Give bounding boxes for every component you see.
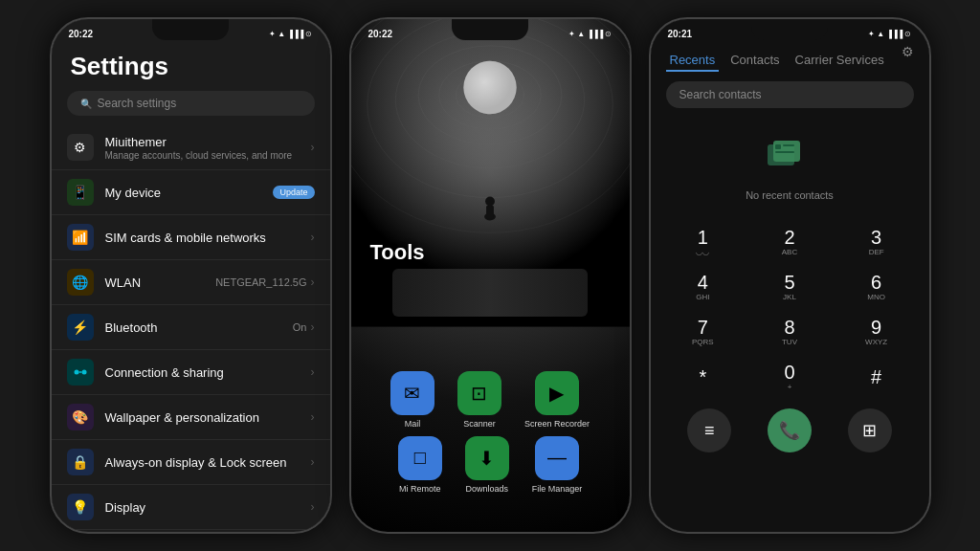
dial-num-6: 6: [871, 273, 881, 292]
phone-tools: 20:22 ✦ ▲ ▐▐▐ ⊙ Tools ✉ Mail ⊡ Scanner: [349, 17, 632, 534]
tool-mi-remote[interactable]: □ Mi Remote: [398, 436, 442, 494]
bluetooth-arrow: ›: [311, 320, 315, 334]
settings-item-miuithemer[interactable]: ⚙ Miuithemer Manage accounts, cloud serv…: [52, 125, 330, 170]
downloads-icon: ⬇: [465, 436, 509, 480]
settings-item-connection[interactable]: Connection & sharing ›: [52, 350, 330, 395]
settings-item-sim[interactable]: 📶 SIM cards & mobile networks ›: [52, 215, 330, 260]
settings-item-display[interactable]: 💡 Display ›: [52, 485, 330, 530]
screen-recorder-icon: ▶: [535, 371, 579, 415]
sim-title: SIM cards & mobile networks: [105, 231, 311, 245]
settings-item-bluetooth[interactable]: ⚡ Bluetooth On ›: [52, 305, 330, 350]
my-device-title: My device: [105, 186, 274, 200]
dial-key-3[interactable]: 3 DEF: [834, 220, 920, 264]
svg-point-0: [74, 370, 78, 375]
dial-key-star[interactable]: *: [660, 355, 746, 399]
tools-folder-label: Tools: [370, 240, 425, 265]
downloads-label: Downloads: [465, 484, 508, 494]
settings-item-wlan[interactable]: 🌐 WLAN NETGEAR_112.5G ›: [52, 260, 330, 305]
sim-arrow: ›: [311, 231, 315, 244]
wlan-network: NETGEAR_112.5G: [215, 276, 306, 288]
miuithemer-subtitle: Manage accounts, cloud services, and mor…: [105, 150, 311, 161]
tool-scanner[interactable]: ⊡ Scanner: [457, 371, 501, 429]
tool-mail[interactable]: ✉ Mail: [390, 371, 434, 429]
search-icon: 🔍: [80, 99, 92, 109]
wlan-arrow: ›: [311, 276, 315, 289]
no-recents-text: No recent contacts: [746, 189, 834, 201]
time-left: 20:22: [69, 29, 94, 39]
settings-title: Settings: [52, 42, 330, 87]
status-icons-left: ✦ ▲ ▐▐▐ ⊙: [269, 30, 313, 38]
dial-key-9[interactable]: 9 WXYZ: [834, 310, 920, 354]
bluetooth-content: Bluetooth: [105, 320, 293, 335]
display-title: Display: [105, 500, 311, 515]
dial-key-hash[interactable]: #: [834, 355, 920, 399]
dial-letters-9: WXYZ: [865, 338, 887, 346]
dial-key-2[interactable]: 2 ABC: [746, 220, 833, 264]
dial-key-1[interactable]: 1 ◡◡: [660, 220, 746, 264]
settings-item-my-device[interactable]: 📱 My device Update: [52, 170, 330, 215]
dialpad: 1 ◡◡ 2 ABC 3 DEF 4 GHI 5 JKL: [651, 220, 929, 399]
tab-recents[interactable]: Recents: [666, 50, 720, 72]
tool-file-manager[interactable]: — File Manager: [532, 436, 583, 494]
svg-point-1: [81, 370, 86, 375]
tab-carrier[interactable]: Carrier Services: [791, 50, 888, 72]
bluetooth-right: On ›: [293, 320, 315, 334]
tool-screen-recorder[interactable]: ▶ Screen Recorder: [524, 371, 590, 429]
wallpaper-arrow: ›: [311, 410, 315, 424]
dial-num-3: 3: [871, 228, 881, 247]
always-on-arrow: ›: [311, 455, 315, 469]
dial-key-6[interactable]: 6 MNO: [834, 265, 920, 309]
notch-center: [452, 19, 528, 40]
dialpad-button[interactable]: ⊞: [848, 408, 892, 452]
car-silhouette: [392, 269, 588, 317]
update-badge[interactable]: Update: [273, 186, 314, 199]
tab-contacts[interactable]: Contacts: [726, 50, 783, 72]
svg-point-13: [463, 61, 516, 115]
dial-key-7[interactable]: 7 PQRS: [660, 310, 746, 354]
settings-item-wallpaper[interactable]: 🎨 Wallpaper & personalization ›: [52, 395, 330, 440]
svg-rect-19: [775, 144, 781, 149]
settings-item-always-on[interactable]: 🔒 Always-on display & Lock screen ›: [52, 440, 330, 485]
dial-num-9: 9: [871, 318, 881, 337]
file-manager-label: File Manager: [532, 484, 583, 494]
dial-letters-1: ◡◡: [696, 248, 709, 256]
dial-num-4: 4: [698, 273, 708, 292]
my-device-icon: 📱: [67, 179, 94, 206]
gear-icon[interactable]: ⚙: [902, 44, 914, 59]
bluetooth-status: On: [293, 321, 307, 333]
phone-app-screen: 20:21 ✦ ▲ ▐▐▐ ⊙ ⚙ Recents Contacts Carri…: [651, 19, 929, 532]
connection-icon: [67, 359, 94, 386]
dial-key-0[interactable]: 0 +: [746, 355, 833, 399]
call-button[interactable]: 📞: [768, 408, 812, 452]
dial-key-5[interactable]: 5 JKL: [746, 265, 833, 309]
connection-arrow: ›: [311, 365, 315, 379]
mail-icon: ✉: [390, 371, 434, 415]
tool-downloads[interactable]: ⬇ Downloads: [465, 436, 509, 494]
dial-num-0: 0: [784, 363, 794, 382]
dial-key-8[interactable]: 8 TUV: [746, 310, 833, 354]
no-recents-icon: [766, 137, 813, 184]
no-recents-area: No recent contacts: [651, 118, 929, 216]
settings-search-bar[interactable]: 🔍 Search settings: [67, 91, 315, 116]
keypad-button[interactable]: ≡: [687, 408, 731, 452]
dial-actions: ≡ 📞 ⊞: [651, 399, 929, 458]
dial-letters-7: PQRS: [692, 338, 714, 346]
display-content: Display: [105, 500, 311, 515]
screen-recorder-label: Screen Recorder: [524, 419, 590, 429]
dial-letters-5: JKL: [783, 293, 796, 301]
dial-num-star: *: [699, 367, 706, 386]
wlan-title: WLAN: [105, 276, 216, 290]
connection-title: Connection & sharing: [105, 365, 311, 380]
bluetooth-title: Bluetooth: [105, 320, 293, 335]
dial-num-7: 7: [698, 318, 708, 337]
contacts-search[interactable]: Search contacts: [666, 81, 914, 108]
dial-num-5: 5: [784, 273, 794, 292]
always-on-icon: 🔒: [67, 449, 94, 475]
dial-letters-0: +: [788, 383, 792, 391]
always-on-content: Always-on display & Lock screen: [105, 455, 311, 470]
display-arrow: ›: [311, 500, 315, 514]
my-device-right: Update: [273, 186, 314, 199]
dial-key-4[interactable]: 4 GHI: [660, 265, 746, 309]
wlan-right: NETGEAR_112.5G ›: [215, 276, 314, 289]
tools-row-2: □ Mi Remote ⬇ Downloads — File Manager: [351, 436, 630, 494]
